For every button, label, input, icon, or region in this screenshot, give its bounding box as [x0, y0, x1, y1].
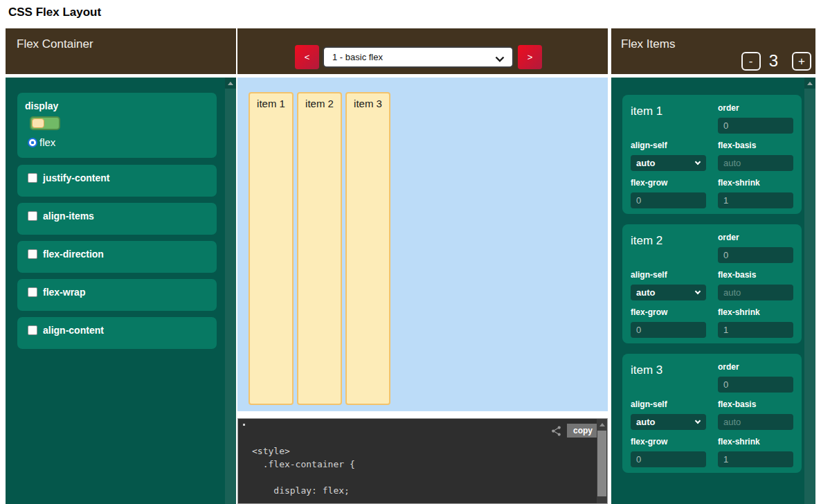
align-content-checkbox[interactable] [28, 325, 37, 335]
flex-grow-group: flex-grow [631, 307, 706, 338]
flex-grow-label: flex-grow [631, 178, 706, 188]
align-self-label: align-self [631, 141, 706, 151]
prev-example-button[interactable]: < [295, 45, 319, 69]
display-label: display [25, 100, 209, 111]
example-select[interactable]: 1 - basic flex [323, 46, 514, 68]
scroll-up-arrow[interactable] [597, 419, 607, 430]
order-input[interactable] [718, 247, 793, 263]
display-toggle-knob [32, 118, 44, 128]
flex-grow-input[interactable] [631, 322, 706, 338]
align-self-label: align-self [631, 270, 706, 280]
option-label: align-items [43, 211, 94, 222]
code-scrollbar[interactable] [597, 419, 607, 503]
code-line [252, 471, 607, 484]
add-item-button[interactable]: + [792, 52, 811, 71]
option-label: align-content [43, 325, 104, 336]
item-count: 3 [769, 51, 778, 71]
align-self-select[interactable]: auto [631, 285, 706, 300]
align-self-select[interactable]: auto [631, 414, 706, 430]
scrollbar-thumb[interactable] [597, 431, 606, 496]
chevron-down-icon [695, 289, 701, 294]
flex-item-3: item 3 [345, 92, 390, 405]
order-group: order [718, 233, 793, 263]
align-self-select[interactable]: auto [631, 155, 706, 171]
flex-basis-label: flex-basis [718, 270, 793, 280]
align-self-value: auto [636, 287, 655, 298]
flex-shrink-input[interactable] [718, 322, 793, 338]
flex-shrink-group: flex-shrink [718, 178, 793, 208]
flex-radio[interactable] [28, 138, 37, 147]
preview-column: < 1 - basic flex > item 1 item 2 item 3 … [237, 28, 608, 504]
code-cursor-dot [243, 424, 245, 426]
remove-item-button[interactable]: - [741, 52, 761, 71]
flex-items-header: Flex Items - 3 + [611, 28, 815, 74]
flex-basis-input[interactable] [718, 285, 793, 300]
order-group: order [718, 362, 793, 393]
option-label: flex-direction [43, 249, 104, 260]
flex-shrink-group: flex-shrink [718, 307, 793, 338]
option-flex-wrap[interactable]: flex-wrap [17, 279, 217, 311]
option-align-items[interactable]: align-items [17, 203, 217, 235]
flex-wrap-checkbox[interactable] [28, 287, 37, 297]
align-self-label: align-self [631, 399, 706, 410]
flex-items-title: Flex Items [621, 37, 675, 51]
option-justify-content[interactable]: justify-content [17, 165, 217, 197]
copy-button[interactable]: copy [567, 424, 599, 438]
flex-container-body: display flex justify-content align-items… [6, 78, 236, 504]
flex-basis-input[interactable] [718, 414, 793, 430]
flex-basis-label: flex-basis [718, 399, 793, 410]
flex-container-panel: Flex Container display flex justify-cont… [6, 28, 236, 504]
chevron-down-icon [695, 418, 701, 424]
order-group: order [718, 103, 793, 134]
justify-content-checkbox[interactable] [28, 173, 37, 183]
flex-basis-group: flex-basis [718, 141, 793, 171]
align-self-value: auto [636, 417, 655, 427]
flex-basis-input[interactable] [718, 155, 793, 171]
flex-shrink-input[interactable] [718, 451, 793, 467]
display-card: display flex [17, 93, 217, 158]
option-label: justify-content [43, 173, 109, 183]
flex-direction-checkbox[interactable] [28, 249, 37, 259]
flex-grow-input[interactable] [631, 451, 706, 467]
option-flex-direction[interactable]: flex-direction [17, 241, 217, 273]
share-icon[interactable] [550, 425, 562, 437]
flex-grow-input[interactable] [631, 192, 706, 208]
align-self-group: align-self auto [631, 399, 706, 430]
scroll-up-arrow[interactable] [225, 78, 236, 89]
example-select-value: 1 - basic flex [332, 52, 383, 62]
flex-preview-container: item 1 item 2 item 3 [237, 78, 608, 411]
next-example-button[interactable]: > [518, 45, 542, 69]
item-card-1: item 1 order align-self auto flex-basis [622, 95, 802, 214]
align-self-value: auto [636, 158, 655, 168]
flex-radio-label: flex [39, 136, 55, 148]
option-align-content[interactable]: align-content [17, 317, 217, 349]
flex-basis-group: flex-basis [718, 270, 793, 300]
flex-item-1: item 1 [249, 92, 294, 405]
flex-item-label: item 1 [257, 98, 285, 109]
scroll-up-arrow[interactable] [804, 78, 815, 89]
align-items-checkbox[interactable] [28, 211, 37, 221]
flex-grow-group: flex-grow [631, 178, 706, 208]
item-card-2: item 2 order align-self auto flex-basis [622, 224, 802, 343]
scrollbar-thumb[interactable] [804, 89, 815, 504]
align-self-group: align-self auto [631, 141, 706, 171]
flex-shrink-input[interactable] [718, 192, 793, 208]
align-self-group: align-self auto [631, 270, 706, 300]
flex-grow-label: flex-grow [631, 437, 706, 447]
flex-shrink-label: flex-shrink [718, 178, 793, 188]
flex-items-body: item 1 order align-self auto flex-basis [611, 78, 815, 504]
flex-basis-group: flex-basis [718, 399, 793, 430]
display-toggle[interactable] [30, 116, 60, 130]
item-card-title: item 2 [631, 233, 706, 263]
flex-item-label: item 2 [305, 98, 334, 109]
flex-shrink-group: flex-shrink [718, 437, 793, 467]
order-input[interactable] [718, 377, 793, 393]
flex-items-scrollbar[interactable] [804, 78, 815, 504]
scrollbar-thumb[interactable] [225, 89, 236, 504]
flex-shrink-label: flex-shrink [718, 307, 793, 318]
flex-container-title: Flex Container [17, 37, 93, 51]
flex-shrink-label: flex-shrink [718, 437, 793, 447]
order-input[interactable] [718, 118, 793, 134]
flex-container-scrollbar[interactable] [225, 78, 236, 504]
item-card-title: item 1 [631, 103, 706, 134]
